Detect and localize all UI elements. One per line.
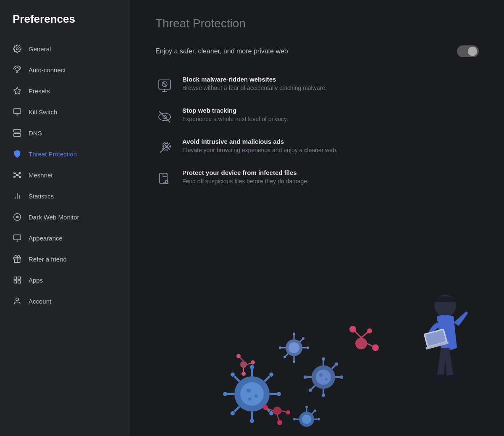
- threat-illustration: [210, 276, 504, 436]
- svg-rect-7: [14, 134, 21, 137]
- svg-rect-24: [14, 235, 21, 240]
- svg-rect-6: [14, 129, 21, 132]
- sidebar-item-kill-switch[interactable]: Kill Switch: [0, 101, 130, 122]
- sidebar-item-statistics-label: Statistics: [29, 193, 54, 200]
- feature-avoid-ads: Avoid intrusive and malicious ads Elevat…: [155, 138, 479, 157]
- svg-point-93: [307, 346, 309, 349]
- sidebar-item-appearance[interactable]: Appearance: [0, 227, 130, 248]
- svg-line-45: [160, 149, 164, 152]
- sidebar-item-refer-friend-label: Refer a friend: [29, 256, 67, 263]
- killswitch-icon: [13, 107, 22, 116]
- toggle-description: Enjoy a safer, cleaner, and more private…: [155, 48, 288, 55]
- svg-point-91: [293, 360, 295, 363]
- block-malware-icon: [155, 77, 174, 95]
- svg-rect-32: [18, 281, 21, 283]
- svg-point-95: [279, 346, 281, 349]
- svg-point-103: [305, 406, 308, 408]
- sidebar-item-presets[interactable]: Presets: [0, 80, 130, 101]
- svg-line-80: [332, 365, 335, 369]
- sidebar-item-statistics[interactable]: Statistics: [0, 185, 130, 206]
- svg-point-67: [247, 388, 251, 393]
- svg-line-108: [312, 412, 314, 414]
- sidebar-item-apps-label: Apps: [29, 277, 43, 284]
- svg-rect-29: [14, 277, 17, 280]
- sidebar-item-auto-connect-label: Auto-connect: [29, 66, 66, 74]
- main-content: Threat Protection Enjoy a safer, cleaner…: [130, 0, 504, 436]
- svg-point-101: [302, 415, 311, 424]
- svg-line-17: [15, 175, 16, 177]
- feature-stop-tracking-title: Stop web tracking: [182, 107, 288, 114]
- appearance-icon: [13, 233, 22, 243]
- svg-point-0: [16, 48, 18, 50]
- toggle-row: Enjoy a safer, cleaner, and more private…: [155, 45, 479, 57]
- svg-point-73: [322, 357, 325, 361]
- sidebar-item-threat-protection[interactable]: Threat Protection: [0, 143, 130, 164]
- sidebar-item-meshnet-label: Meshnet: [29, 172, 53, 179]
- sidebar-item-apps[interactable]: Apps: [0, 270, 130, 291]
- avoid-ads-icon: [155, 139, 174, 157]
- sidebar-item-refer-friend[interactable]: Refer a friend: [0, 248, 130, 270]
- feature-avoid-ads-desc: Elevate your browsing experience and enj…: [182, 147, 338, 153]
- svg-line-96: [300, 339, 302, 342]
- svg-point-1: [16, 71, 18, 73]
- svg-point-58: [223, 392, 227, 396]
- svg-point-128: [251, 360, 255, 365]
- stop-tracking-icon: [155, 108, 174, 126]
- svg-point-81: [335, 362, 338, 366]
- gift-icon: [13, 254, 22, 264]
- svg-point-64: [269, 411, 273, 415]
- svg-point-110: [355, 338, 367, 349]
- sidebar-item-general[interactable]: General: [0, 38, 130, 59]
- svg-point-54: [250, 419, 254, 423]
- svg-point-84: [319, 373, 323, 377]
- sidebar-item-dark-web-monitor[interactable]: Dark Web Monitor: [0, 206, 130, 227]
- sidebar-item-dark-web-monitor-label: Dark Web Monitor: [29, 214, 79, 221]
- svg-point-121: [277, 420, 282, 425]
- svg-rect-31: [14, 281, 17, 283]
- svg-line-98: [286, 354, 288, 356]
- svg-point-10: [16, 174, 18, 175]
- feature-stop-tracking-desc: Experience a whole next level of privacy…: [182, 116, 288, 122]
- feature-block-malware-text: Block malware-ridden websites Browse wit…: [182, 76, 327, 91]
- svg-rect-48: [160, 173, 167, 183]
- svg-point-124: [240, 361, 247, 368]
- svg-point-77: [340, 375, 343, 379]
- feature-block-malware-title: Block malware-ridden websites: [182, 76, 327, 83]
- svg-point-11: [14, 172, 15, 173]
- autoconnect-icon: [13, 65, 22, 74]
- svg-point-99: [284, 356, 286, 358]
- svg-point-62: [231, 373, 235, 377]
- feature-list: Block malware-ridden websites Browse wit…: [155, 76, 479, 188]
- svg-point-114: [367, 328, 372, 333]
- svg-point-52: [250, 365, 254, 369]
- feature-protect-files-desc: Fend off suspicious files before they do…: [182, 178, 309, 185]
- sidebar-item-account-label: Account: [29, 298, 51, 305]
- svg-point-12: [19, 172, 21, 173]
- svg-point-119: [263, 405, 268, 410]
- svg-point-60: [269, 373, 273, 377]
- svg-line-65: [234, 407, 239, 412]
- sidebar-item-appearance-label: Appearance: [29, 235, 63, 242]
- svg-point-85: [325, 378, 328, 381]
- sidebar-item-meshnet[interactable]: Meshnet: [0, 164, 130, 185]
- feature-stop-tracking: Stop web tracking Experience a whole nex…: [155, 107, 479, 126]
- svg-marker-2: [14, 87, 21, 94]
- sidebar-item-auto-connect[interactable]: Auto-connect: [0, 59, 130, 80]
- sidebar-item-account[interactable]: Account: [0, 291, 130, 312]
- threat-protection-toggle[interactable]: [457, 45, 479, 57]
- svg-rect-30: [18, 277, 21, 280]
- sidebar-item-threat-protection-label: Threat Protection: [29, 151, 77, 158]
- feature-avoid-ads-title: Avoid intrusive and malicious ads: [182, 138, 338, 145]
- feature-protect-files-title: Protect your device from infected files: [182, 169, 309, 176]
- svg-point-14: [19, 176, 21, 177]
- sidebar-item-presets-label: Presets: [29, 87, 50, 95]
- svg-point-13: [14, 176, 15, 177]
- gear-icon: [13, 44, 22, 53]
- feature-protect-files-text: Protect your device from infected files …: [182, 169, 309, 185]
- svg-point-105: [318, 418, 320, 420]
- sidebar-item-dns[interactable]: DNS: [0, 122, 130, 143]
- feature-block-malware: Block malware-ridden websites Browse wit…: [155, 76, 479, 95]
- svg-point-69: [248, 397, 252, 401]
- feature-stop-tracking-text: Stop web tracking Experience a whole nex…: [182, 107, 288, 122]
- svg-line-61: [234, 376, 239, 381]
